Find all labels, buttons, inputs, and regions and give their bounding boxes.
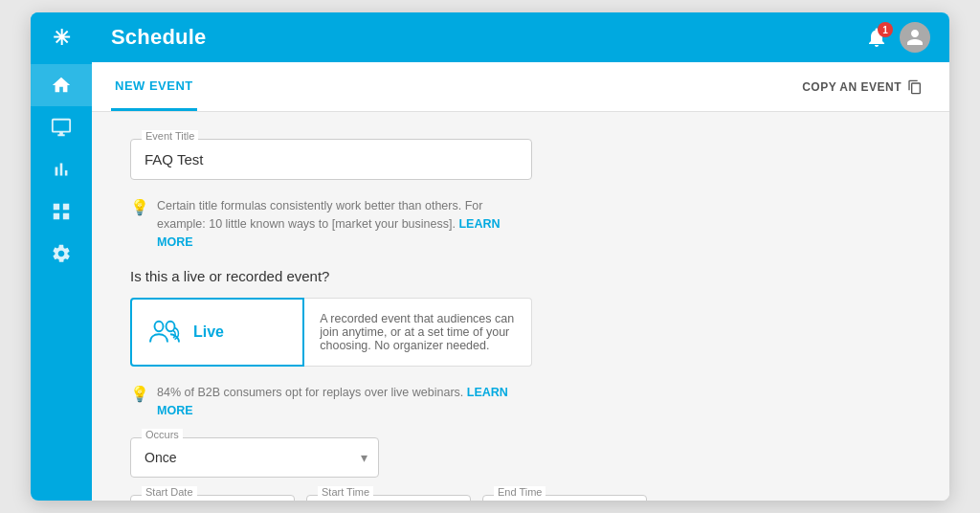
start-date-field: Start Date 📅: [130, 495, 295, 501]
occurs-group: Occurs Once Recurring ▾: [130, 437, 379, 478]
sidebar-item-dashboard[interactable]: [31, 64, 92, 106]
sidebar-item-reports[interactable]: [31, 148, 92, 190]
occurs-select-wrapper: Once Recurring ▾: [130, 437, 379, 478]
user-avatar[interactable]: [900, 22, 930, 53]
people-webinar-icon: [147, 315, 182, 349]
bar-chart-icon: [51, 159, 72, 180]
recorded-description: A recorded event that audiences can join…: [320, 312, 516, 352]
app-container: ✳ Schedul: [31, 12, 949, 501]
datetime-row: Start Date 📅 Start Time End Time: [130, 495, 647, 501]
home-icon: [51, 75, 72, 96]
sidebar: ✳: [31, 12, 92, 501]
event-type-question: Is this a live or recorded event?: [130, 268, 911, 284]
recorded-option[interactable]: A recorded event that audiences can join…: [304, 298, 532, 367]
tab-new-event-label: NEW EVENT: [115, 78, 193, 93]
occurs-label: Occurs: [142, 429, 183, 440]
b2b-hint: 💡 84% of B2B consumers opt for replays o…: [130, 384, 532, 420]
event-type-group: Is this a live or recorded event?: [130, 268, 911, 367]
main: Schedule 1 NEW EVENT COPY AN EVE: [92, 12, 949, 501]
occurs-select[interactable]: Once Recurring: [130, 437, 379, 478]
event-type-options: Live A recorded event that audiences can…: [130, 298, 532, 367]
sidebar-item-webinars[interactable]: [31, 106, 92, 148]
sidebar-item-integrations[interactable]: [31, 190, 92, 233]
sidebar-item-settings[interactable]: [31, 233, 92, 275]
page-title: Schedule: [111, 25, 206, 50]
svg-point-0: [155, 322, 164, 332]
form-content: Event Title 💡 Certain title formulas con…: [92, 112, 949, 501]
copy-icon: [907, 79, 923, 95]
end-time-label: End Time: [494, 486, 546, 498]
sidebar-nav: [31, 64, 92, 275]
topbar-right: 1: [865, 22, 930, 53]
event-title-group: Event Title: [130, 139, 911, 180]
lightbulb-icon-2: 💡: [130, 385, 149, 403]
content-area: NEW EVENT COPY AN EVENT Event Title 💡: [92, 62, 949, 501]
tab-new-event[interactable]: NEW EVENT: [111, 62, 197, 111]
grid-icon: [51, 201, 72, 222]
start-time-label: Start Time: [318, 486, 373, 498]
copy-event-button[interactable]: COPY AN EVENT: [794, 62, 930, 111]
title-hint-text: Certain title formulas consistently work…: [157, 197, 532, 251]
end-time-field: End Time: [482, 495, 647, 501]
svg-point-1: [167, 322, 175, 332]
logo-icon: ✳: [53, 26, 70, 51]
topbar: Schedule 1: [92, 12, 949, 62]
title-hint: 💡 Certain title formulas consistently wo…: [130, 197, 532, 251]
live-option[interactable]: Live: [130, 298, 304, 367]
settings-icon: [51, 243, 72, 264]
event-title-label: Event Title: [142, 130, 198, 142]
avatar-icon: [905, 28, 924, 47]
event-title-input[interactable]: [130, 139, 532, 180]
b2b-hint-text: 84% of B2B consumers opt for replays ove…: [157, 384, 532, 420]
start-time-field: Start Time: [306, 495, 471, 501]
copy-event-label: COPY AN EVENT: [802, 80, 902, 94]
notification-badge: 1: [878, 22, 893, 37]
live-label: Live: [193, 323, 224, 341]
lightbulb-icon: 💡: [130, 198, 149, 216]
tab-bar: NEW EVENT COPY AN EVENT: [92, 62, 949, 112]
sidebar-logo: ✳: [31, 12, 92, 60]
live-icon: [147, 315, 182, 349]
start-date-label: Start Date: [142, 486, 197, 498]
notification-button[interactable]: 1: [865, 26, 888, 49]
monitor-icon: [51, 117, 72, 138]
